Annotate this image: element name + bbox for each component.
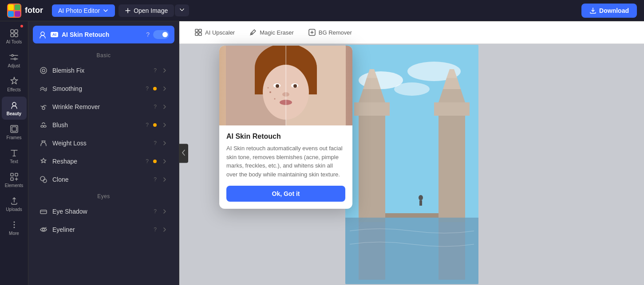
blush-help[interactable]: ?: [146, 122, 149, 128]
sidebar-item-adjust[interactable]: Adjust: [2, 49, 27, 72]
tooltip-description: AI Skin retouch automatically evens out …: [226, 144, 345, 179]
svg-point-67: [274, 98, 276, 100]
ai-skin-icon: [38, 30, 47, 39]
weight-loss-label: Weight Loss: [52, 140, 149, 147]
eyeliner-help[interactable]: ?: [154, 226, 157, 233]
svg-rect-2: [15, 4, 20, 10]
svg-point-65: [280, 100, 292, 105]
reshape-help[interactable]: ?: [146, 158, 149, 164]
eyes-section-label: Eyes: [28, 189, 179, 202]
content-area: AI Upscaler Magic Eraser BG Remover: [179, 21, 644, 285]
ai-badge: AI: [51, 32, 58, 37]
eye-shadow-help[interactable]: ?: [154, 208, 157, 215]
blush-chevron: [161, 121, 168, 129]
chevron-left-icon: [181, 148, 186, 157]
smoothing-item[interactable]: Smoothing ?: [32, 80, 175, 98]
weight-loss-item[interactable]: Weight Loss ?: [32, 134, 175, 152]
ai-photo-editor-button[interactable]: AI Photo Editor: [52, 4, 115, 17]
svg-rect-44: [434, 102, 470, 116]
svg-rect-30: [199, 29, 201, 32]
svg-rect-39: [354, 102, 390, 116]
sidebar-item-uploads[interactable]: Uploads: [2, 192, 27, 215]
eye-shadow-label: Eye Shadow: [52, 208, 149, 215]
svg-point-23: [41, 125, 43, 127]
uploads-label: Uploads: [6, 207, 22, 212]
blemish-fix-label: Blemish Fix: [52, 67, 149, 74]
svg-rect-38: [359, 111, 385, 222]
wrinkle-remover-chevron: [161, 103, 168, 110]
content-toolbar: AI Upscaler Magic Eraser BG Remover: [179, 21, 644, 44]
main-layout: AI Tools Adjust Effects Beauty: [0, 21, 644, 285]
open-image-dropdown-button[interactable]: [175, 4, 189, 16]
bg-remover-button[interactable]: BG Remover: [302, 26, 358, 39]
temple-image: [345, 45, 478, 284]
tooltip-title: AI Skin Retouch: [226, 133, 345, 141]
eyeliner-item[interactable]: Eyeliner ?: [32, 221, 175, 238]
magic-eraser-button[interactable]: Magic Eraser: [243, 26, 300, 39]
svg-rect-32: [199, 33, 201, 35]
blush-label: Blush: [52, 121, 141, 129]
logo: fotor: [7, 4, 43, 18]
weight-loss-icon: [39, 139, 48, 148]
wrinkle-remover-help[interactable]: ?: [154, 104, 157, 110]
tooltip-ok-button[interactable]: Ok, Got it: [226, 186, 345, 202]
svg-point-51: [419, 195, 423, 200]
smoothing-icon: [39, 84, 48, 93]
svg-point-62: [276, 84, 279, 88]
frames-label: Frames: [7, 135, 22, 140]
svg-point-20: [40, 67, 47, 74]
panel-collapse-button[interactable]: [179, 144, 188, 163]
ai-photo-editor-label: AI Photo Editor: [58, 7, 100, 14]
sidebar-item-ai-tools[interactable]: AI Tools: [2, 25, 27, 48]
download-button[interactable]: Download: [581, 4, 637, 18]
svg-rect-13: [11, 173, 13, 176]
svg-rect-57: [255, 68, 264, 94]
ai-upscaler-button[interactable]: AI Upscaler: [188, 26, 241, 39]
ai-upscaler-icon: [194, 28, 202, 36]
svg-point-24: [43, 125, 46, 127]
wrinkle-remover-item[interactable]: Wrinkle Remover ?: [32, 98, 175, 116]
clone-item[interactable]: Clone ?: [32, 171, 175, 188]
svg-point-63: [293, 84, 297, 88]
blemish-fix-help[interactable]: ?: [154, 67, 157, 74]
icon-bar: AI Tools Adjust Effects Beauty: [0, 21, 28, 285]
sidebar-item-beauty[interactable]: Beauty: [2, 97, 27, 120]
blemish-fix-item[interactable]: Blemish Fix ?: [32, 62, 175, 79]
blush-item[interactable]: Blush ?: [32, 116, 175, 134]
sidebar-item-frames[interactable]: Frames: [2, 121, 27, 144]
smoothing-chevron: [161, 85, 168, 92]
open-image-button[interactable]: Open Image: [119, 4, 174, 17]
svg-point-16: [13, 222, 15, 223]
weight-loss-help[interactable]: ?: [154, 140, 157, 146]
ai-upscaler-label: AI Upscaler: [205, 29, 235, 36]
sidebar-item-more[interactable]: More: [2, 216, 27, 239]
download-icon: [589, 7, 597, 14]
sidebar-item-effects[interactable]: Effects: [2, 73, 27, 96]
wrinkle-remover-icon: [39, 102, 48, 111]
reshape-item[interactable]: Reshape ?: [32, 152, 175, 170]
sidebar-item-elements[interactable]: Elements: [2, 168, 27, 191]
svg-point-17: [13, 224, 15, 226]
clone-help[interactable]: ?: [154, 176, 157, 183]
elements-label: Elements: [5, 183, 24, 188]
svg-point-66: [269, 91, 271, 93]
svg-rect-43: [439, 111, 465, 222]
ai-skin-toggle[interactable]: [153, 30, 169, 39]
ai-skin-label: AI Skin Retouch: [62, 31, 142, 38]
ai-tools-icon: [9, 28, 19, 38]
toggle-dot: [162, 32, 168, 37]
ai-skin-retouch-header[interactable]: AI AI Skin Retouch ?: [33, 26, 174, 43]
svg-rect-3: [8, 11, 14, 17]
smoothing-help[interactable]: ?: [146, 86, 149, 92]
svg-point-22: [42, 107, 45, 109]
eye-shadow-item[interactable]: Eye Shadow ?: [32, 203, 175, 220]
svg-point-37: [394, 82, 430, 96]
blemish-fix-icon: [39, 66, 48, 75]
basic-section-label: Basic: [28, 48, 179, 61]
sidebar-item-text[interactable]: Text: [2, 144, 27, 168]
chevron-down-icon: [179, 7, 185, 12]
open-image-label: Open Image: [134, 7, 168, 14]
svg-rect-14: [15, 173, 18, 176]
help-icon[interactable]: ?: [146, 31, 150, 38]
svg-point-64: [282, 92, 289, 97]
